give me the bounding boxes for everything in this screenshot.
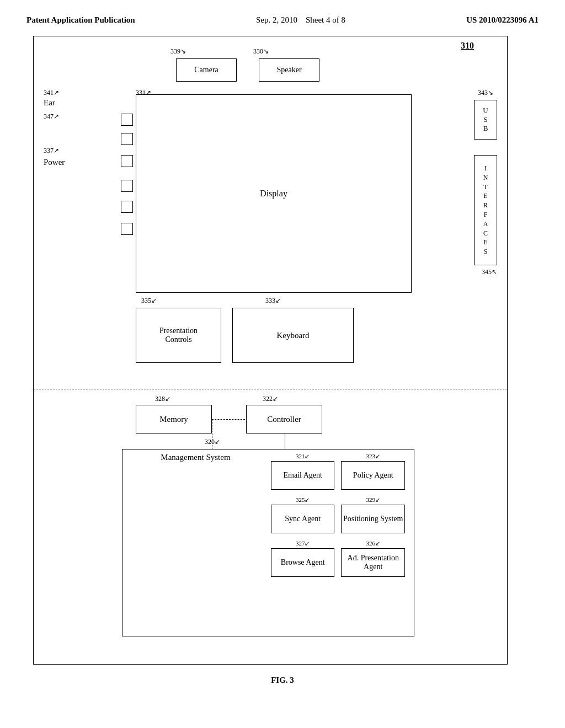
mgmt-system-box: Management System 321↙ Email Agent [122, 449, 414, 636]
button-4 [121, 180, 133, 192]
button-1 [121, 114, 133, 126]
ref-347-label: 347↗ [44, 113, 59, 121]
ref-333-label: 333↙ [265, 297, 281, 305]
mgmt-system-title: Management System [126, 453, 265, 462]
button-3 [121, 155, 133, 167]
ear-label: Ear [44, 98, 55, 108]
ref-320-label: 320↙ [205, 438, 220, 446]
top-section: 310 339↘ Camera 330↘ Speaker 341↗ Ear [34, 36, 507, 389]
patent-sheet: Sheet 4 of 8 [306, 15, 345, 24]
policy-agent-box: Policy Agent [341, 461, 405, 490]
ref-335-label: 335↙ [141, 297, 157, 305]
ref-310-label: 310 [461, 41, 474, 51]
ref-337-label: 337↗ [44, 147, 59, 155]
usb-box: U S B [474, 100, 497, 140]
controller-box: Controller [246, 405, 322, 433]
connector-line-1 [212, 419, 245, 420]
patent-header: Patent Application Publication Sep. 2, 2… [0, 0, 565, 30]
browse-agent-box: Browse Agent [271, 548, 335, 577]
ref-325-label: 325 [296, 496, 305, 503]
ref-326-label: 326 [366, 540, 375, 547]
diagram-area: 310 339↘ Camera 330↘ Speaker 341↗ Ear [33, 36, 532, 665]
ref-321-label: 321 [296, 453, 305, 459]
outer-box: 310 339↘ Camera 330↘ Speaker 341↗ Ear [33, 36, 508, 665]
ref-323-label: 323 [366, 453, 375, 459]
bottom-section: 328↙ Memory 322↙ Controller 320↙ Mana [34, 389, 507, 654]
patent-right-header: US 2010/0223096 A1 [466, 15, 539, 25]
ref-329-label: 329 [366, 496, 375, 503]
patent-date: Sep. 2, 2010 [256, 15, 297, 24]
presentation-controls-box: Presentation Controls [136, 308, 221, 363]
connector-line-2 [212, 419, 213, 452]
fig-label: FIG. 3 [0, 676, 565, 685]
memory-box: Memory [136, 405, 212, 433]
button-2 [121, 133, 133, 145]
ref-339-label: 339↘ [170, 47, 186, 56]
positioning-system-box: Positioning System [341, 505, 405, 533]
button-6 [121, 223, 133, 235]
sync-agent-box: Sync Agent [271, 505, 335, 533]
button-5 [121, 201, 133, 213]
speaker-box: Speaker [259, 58, 319, 82]
patent-left-header: Patent Application Publication [26, 15, 135, 25]
ref-328-label: 328↙ [155, 395, 170, 403]
ad-presentation-agent-box: Ad. Presentation Agent [341, 548, 405, 577]
email-agent-box: Email Agent [271, 461, 335, 490]
power-label: Power [44, 158, 65, 167]
ref-330-label: 330↘ [253, 47, 269, 56]
ref-345-label: 345↖ [482, 268, 497, 276]
ref-327-label: 327 [296, 540, 305, 547]
ref-322-label: 322↙ [263, 395, 278, 403]
interfaces-box: I N T E R F A C E S [474, 155, 497, 265]
ref-341-label: 341↗ [44, 89, 59, 97]
camera-box: Camera [176, 58, 237, 82]
display-box: Display [136, 94, 412, 293]
keyboard-box: Keyboard [232, 308, 354, 363]
patent-center-header: Sep. 2, 2010 Sheet 4 of 8 [256, 15, 345, 25]
ref-343-label: 343↘ [478, 89, 493, 97]
